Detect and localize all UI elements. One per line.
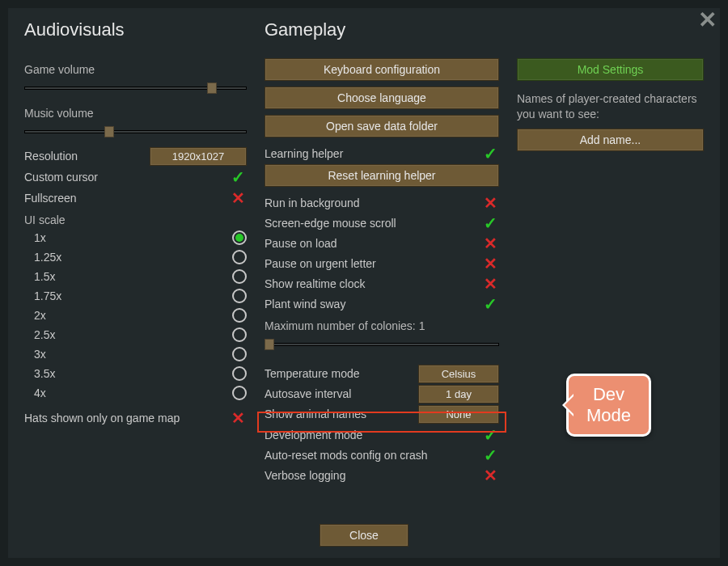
radio-icon[interactable] [232, 347, 247, 361]
ui-scale-option[interactable]: 3x [24, 344, 247, 364]
radio-icon[interactable] [232, 366, 247, 381]
mods-column: . Mod Settings Names of player-created c… [517, 19, 704, 547]
hats-toggle[interactable]: ✕ [229, 408, 247, 428]
fullscreen-toggle[interactable]: ✕ [229, 188, 247, 208]
gameplay-title: Gameplay [265, 19, 499, 40]
toggle-row: Verbose logging✕ [265, 466, 499, 485]
resolution-label: Resolution [24, 150, 150, 163]
options-panel: ✕ Audiovisuals Game volume Music volume … [8, 8, 720, 558]
cross-icon[interactable]: ✕ [481, 193, 499, 213]
ui-scale-option-label: 2x [24, 309, 46, 322]
player-names-desc: Names of player-created characters you w… [517, 91, 704, 122]
cross-icon[interactable]: ✕ [481, 466, 499, 485]
radio-icon[interactable] [232, 289, 247, 303]
toggle-label: Pause on urgent letter [265, 257, 481, 270]
hats-label: Hats shown only on game map [24, 412, 229, 424]
toggle-label: Screen-edge mouse scroll [265, 217, 481, 230]
radio-icon[interactable] [232, 308, 247, 323]
toggle-label: Run in background [265, 196, 481, 209]
select-row: Temperature modeCelsius [265, 364, 499, 383]
toggle-label: Verbose logging [265, 469, 481, 482]
select-button[interactable]: 1 day [418, 385, 499, 403]
ui-scale-option-label: 1.5x [24, 270, 55, 283]
select-row: Show animal namesNone [265, 404, 499, 424]
mod-settings-button[interactable]: Mod Settings [517, 58, 704, 81]
add-name-button[interactable]: Add name... [517, 129, 704, 151]
ui-scale-option-label: 3x [24, 348, 46, 361]
ui-scale-option-label: 3.5x [24, 367, 55, 380]
max-colonies-slider[interactable] [265, 339, 499, 350]
radio-icon[interactable] [232, 386, 247, 400]
game-volume-slider[interactable] [24, 82, 247, 94]
select-label: Show animal names [265, 408, 418, 420]
toggle-row: Screen-edge mouse scroll✓ [265, 213, 499, 233]
game-volume-label: Game volume [24, 63, 247, 76]
toggle-label: Show realtime clock [265, 277, 481, 290]
check-icon[interactable]: ✓ [481, 446, 499, 465]
learning-helper-label: Learning helper [265, 147, 481, 160]
slider-thumb[interactable] [104, 126, 114, 137]
ui-scale-option-label: 1.75x [24, 289, 61, 302]
ui-scale-option[interactable]: 1.5x [24, 267, 247, 286]
toggle-row: Auto-reset mods config on crash✓ [265, 446, 499, 465]
dev-mode-callout: Dev Mode [566, 374, 651, 437]
slider-thumb[interactable] [207, 82, 217, 94]
cross-icon[interactable]: ✕ [481, 274, 499, 294]
audiovisuals-title: Audiovisuals [24, 19, 247, 40]
radio-icon[interactable] [232, 269, 247, 284]
music-volume-label: Music volume [24, 107, 247, 120]
check-icon[interactable]: ✓ [481, 213, 499, 233]
radio-icon[interactable] [232, 250, 247, 264]
radio-icon[interactable] [232, 230, 247, 245]
keyboard-config-button[interactable]: Keyboard configuration [265, 58, 499, 81]
learning-helper-toggle[interactable]: ✓ [481, 144, 499, 163]
custom-cursor-label: Custom cursor [24, 171, 229, 184]
ui-scale-option-label: 2.5x [24, 328, 55, 341]
cross-icon[interactable]: ✕ [481, 254, 499, 273]
toggle-row: Development mode✓ [265, 425, 499, 445]
select-row: Autosave interval1 day [265, 384, 499, 403]
radio-icon[interactable] [232, 327, 247, 342]
ui-scale-option[interactable]: 4x [24, 383, 247, 403]
ui-scale-option-label: 1.25x [24, 251, 61, 264]
ui-scale-label: UI scale [24, 213, 247, 226]
close-icon[interactable]: ✕ [698, 6, 717, 33]
select-label: Autosave interval [265, 387, 418, 400]
ui-scale-option[interactable]: 2.5x [24, 325, 247, 344]
toggle-label: Plant wind sway [265, 298, 481, 310]
ui-scale-option-label: 4x [24, 386, 46, 399]
check-icon[interactable]: ✓ [481, 294, 499, 314]
toggle-label: Development mode [265, 429, 481, 441]
resolution-button[interactable]: 1920x1027 [150, 147, 247, 166]
audiovisuals-column: Audiovisuals Game volume Music volume Re… [24, 19, 247, 547]
select-label: Temperature mode [265, 367, 418, 380]
fullscreen-label: Fullscreen [24, 192, 229, 205]
ui-scale-option[interactable]: 3.5x [24, 364, 247, 383]
select-button[interactable]: Celsius [418, 365, 499, 383]
ui-scale-option[interactable]: 1.25x [24, 247, 247, 267]
choose-language-button[interactable]: Choose language [265, 87, 499, 109]
ui-scale-option[interactable]: 2x [24, 306, 247, 325]
max-colonies-label: Maximum number of colonies: 1 [265, 319, 499, 332]
toggle-label: Auto-reset mods config on crash [265, 449, 481, 462]
close-button[interactable]: Close [320, 524, 408, 547]
ui-scale-option-label: 1x [24, 231, 46, 244]
ui-scale-option[interactable]: 1.75x [24, 286, 247, 306]
custom-cursor-toggle[interactable]: ✓ [229, 167, 247, 187]
open-save-folder-button[interactable]: Open save data folder [265, 115, 499, 137]
toggle-row: Run in background✕ [265, 193, 499, 213]
toggle-row: Plant wind sway✓ [265, 294, 499, 314]
music-volume-slider[interactable] [24, 126, 247, 137]
callout-line2: Mode [586, 405, 631, 426]
ui-scale-option[interactable]: 1x [24, 228, 247, 247]
gameplay-column: Gameplay Keyboard configuration Choose l… [265, 19, 499, 547]
select-button[interactable]: None [418, 405, 499, 424]
slider-thumb[interactable] [265, 339, 274, 350]
cross-icon[interactable]: ✕ [481, 234, 499, 253]
toggle-row: Pause on load✕ [265, 234, 499, 253]
toggle-row: Pause on urgent letter✕ [265, 254, 499, 273]
toggle-label: Pause on load [265, 237, 481, 250]
toggle-row: Show realtime clock✕ [265, 274, 499, 294]
reset-learning-helper-button[interactable]: Reset learning helper [265, 164, 499, 187]
check-icon[interactable]: ✓ [481, 425, 499, 445]
